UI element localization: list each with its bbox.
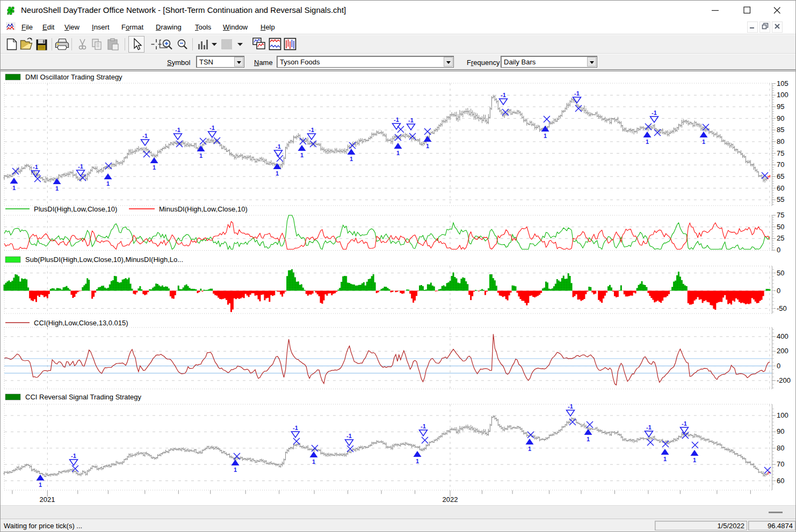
svg-text:-1: -1: [142, 133, 148, 139]
svg-text:55: 55: [777, 195, 784, 203]
svg-text:-1: -1: [501, 92, 506, 98]
svg-text:0: 0: [777, 246, 780, 254]
svg-text:-1: -1: [346, 433, 352, 439]
svg-text:1: 1: [663, 456, 667, 462]
svg-text:80: 80: [777, 444, 784, 452]
svg-text:-1: -1: [574, 90, 580, 97]
svg-text:1: 1: [544, 133, 547, 139]
svg-text:Sub(PlusDI(High,Low,Close,10),: Sub(PlusDI(High,Low,Close,10),MinusDI(Hi…: [25, 256, 183, 264]
svg-text:-200: -200: [777, 376, 791, 384]
svg-text:1: 1: [39, 482, 42, 488]
svg-text:-1: -1: [276, 143, 281, 150]
svg-text:1: 1: [416, 458, 419, 464]
svg-text:1: 1: [234, 467, 237, 473]
svg-text:60: 60: [777, 184, 784, 192]
svg-text:1: 1: [199, 152, 202, 159]
svg-text:50: 50: [777, 269, 784, 277]
svg-text:65: 65: [777, 172, 784, 180]
svg-text:1: 1: [646, 139, 649, 145]
svg-text:-1: -1: [293, 425, 298, 431]
svg-text:1: 1: [426, 143, 429, 149]
svg-text:-1: -1: [175, 127, 180, 133]
svg-text:105: 105: [777, 79, 788, 88]
svg-text:0: 0: [777, 362, 780, 370]
svg-text:CCI(High,Low,Close,13,0.015): CCI(High,Low,Close,13,0.015): [34, 319, 128, 327]
svg-text:80: 80: [777, 137, 784, 145]
svg-text:-1: -1: [408, 117, 414, 123]
svg-text:1: 1: [528, 446, 531, 452]
svg-text:1: 1: [153, 164, 156, 171]
svg-text:0: 0: [777, 287, 780, 295]
svg-text:100: 100: [777, 91, 788, 99]
svg-text:70: 70: [777, 161, 784, 169]
svg-text:-1: -1: [646, 424, 652, 431]
svg-text:90: 90: [777, 427, 784, 435]
svg-text:-1: -1: [78, 163, 83, 170]
svg-text:1: 1: [693, 457, 696, 463]
svg-text:DMI Oscillator Trading Strateg: DMI Oscillator Trading Strategy: [25, 73, 122, 81]
svg-text:2022: 2022: [443, 495, 458, 504]
svg-text:200: 200: [777, 347, 788, 355]
svg-text:75: 75: [777, 149, 784, 157]
svg-text:1: 1: [702, 139, 705, 145]
svg-text:-1: -1: [209, 125, 215, 131]
svg-text:-1: -1: [421, 423, 426, 429]
svg-text:MinusDI(High,Low,Close,10): MinusDI(High,Low,Close,10): [159, 205, 248, 213]
svg-text:70: 70: [777, 460, 784, 468]
svg-text:-1: -1: [568, 403, 573, 410]
svg-text:85: 85: [777, 126, 784, 134]
svg-text:-1: -1: [309, 127, 314, 133]
svg-text:-1: -1: [682, 420, 687, 427]
svg-text:1: 1: [106, 180, 110, 187]
svg-text:1: 1: [55, 185, 59, 192]
svg-text:CCI Reversal Signal Trading St: CCI Reversal Signal Trading Strategy: [25, 393, 142, 401]
svg-text:1: 1: [12, 185, 16, 191]
svg-text:PlusDI(High,Low,Close,10): PlusDI(High,Low,Close,10): [34, 205, 117, 213]
svg-text:-1: -1: [33, 164, 38, 170]
svg-text:-50: -50: [777, 304, 787, 312]
svg-text:75: 75: [777, 211, 784, 219]
svg-text:2021: 2021: [40, 495, 55, 504]
svg-text:95: 95: [777, 103, 784, 111]
svg-text:60: 60: [777, 477, 784, 485]
svg-text:1: 1: [350, 156, 353, 162]
svg-text:1: 1: [587, 436, 590, 442]
svg-text:1: 1: [300, 152, 303, 158]
svg-text:1: 1: [276, 170, 279, 177]
svg-text:-1: -1: [394, 116, 399, 123]
svg-text:1: 1: [312, 458, 315, 465]
svg-text:25: 25: [777, 234, 784, 242]
svg-text:1: 1: [396, 150, 400, 156]
svg-text:-1: -1: [71, 453, 76, 459]
svg-text:90: 90: [777, 114, 784, 122]
svg-text:50: 50: [777, 223, 784, 231]
svg-text:-1: -1: [652, 110, 657, 116]
svg-text:100: 100: [777, 411, 788, 419]
svg-text:400: 400: [777, 332, 788, 340]
